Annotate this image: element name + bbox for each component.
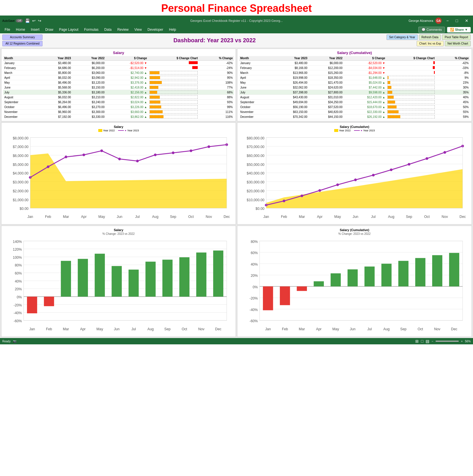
svg-rect-114 xyxy=(111,266,122,297)
minimize-button[interactable]: − xyxy=(444,18,451,23)
svg-text:100%: 100% xyxy=(13,256,22,260)
cell-change: $2,822.00 ▲ xyxy=(106,95,148,100)
cell-y2022: $3,090.00 xyxy=(72,75,106,80)
svg-rect-158 xyxy=(381,264,391,287)
cell-month: December xyxy=(3,114,39,119)
menu-home[interactable]: Home xyxy=(14,26,27,33)
salary-cumulative-pct-svg: -60%-40%-20%0%20%40%60%80%JanFebMarAprMa… xyxy=(240,237,469,334)
menu-draw[interactable]: Draw xyxy=(43,26,55,33)
undo-icon[interactable]: ↩ xyxy=(32,18,36,23)
cell-y2023: $26,494.00 xyxy=(274,80,309,85)
share-button[interactable]: 🔁 Share ▼ xyxy=(447,27,471,32)
chart-inc-exp-button[interactable]: Chart: Inc vs Exp xyxy=(417,41,444,46)
svg-text:$0.00: $0.00 xyxy=(20,207,28,211)
cell-month: May xyxy=(3,80,39,85)
table-row: January $3,480.00 $6,000.00 -$2,520.00 ▼… xyxy=(3,61,234,66)
svg-point-69 xyxy=(408,163,410,166)
svg-text:$5,000.00: $5,000.00 xyxy=(13,163,28,167)
cell-y2022: $34,250.00 xyxy=(309,100,344,105)
cell-change: $3,024.00 ▲ xyxy=(106,100,148,105)
save-icon[interactable]: 💾 xyxy=(25,18,30,23)
menu-developer[interactable]: Developer xyxy=(145,26,166,33)
page-view-icon[interactable]: □ xyxy=(421,339,423,343)
set-category-button[interactable]: Set Category & Year xyxy=(387,34,418,40)
cell-y2023: $6,960.00 xyxy=(39,110,72,114)
svg-text:Jun: Jun xyxy=(117,215,122,219)
svg-text:Nov: Nov xyxy=(434,327,441,331)
svg-text:$0.00: $0.00 xyxy=(255,207,264,211)
cum-legend-y2023-line xyxy=(354,130,360,131)
cell-pct: 40% xyxy=(436,95,470,100)
cell-pct: 108% xyxy=(199,80,234,85)
cell-pct: 50% xyxy=(436,105,470,110)
zoom-slider[interactable] xyxy=(436,341,459,342)
menu-bar: File Home Insert Draw Page Layout Formul… xyxy=(0,26,473,33)
main-content: Salary Month Year 2023 Year 2022 $ Chang… xyxy=(0,47,473,338)
cell-y2022: $3,240.00 xyxy=(72,100,106,105)
cell-change: -$2,520.00 ▼ xyxy=(106,61,148,66)
grid-view-icon[interactable]: ⊞ xyxy=(415,339,419,343)
legend-y2023-line xyxy=(118,130,124,131)
page-break-view-icon[interactable]: ▤ xyxy=(426,339,429,343)
cell-change: $18,670.00 ▲ xyxy=(344,105,387,110)
svg-text:May: May xyxy=(334,215,341,219)
salary-pct-chart-section: Salary % Change: 2023 vs 2022 -60%-40%-2… xyxy=(1,226,236,337)
accounts-summary-button[interactable]: Accounts Summary xyxy=(2,34,43,40)
net-worth-button[interactable]: Net Worth Chart xyxy=(445,41,471,46)
svg-text:Mar: Mar xyxy=(299,327,305,331)
zoom-in-icon[interactable]: + xyxy=(461,340,463,343)
table-row: January $3,480.00 $6,000.00 -$2,520.00 ▼… xyxy=(239,61,470,66)
menu-pagelayout[interactable]: Page Layout xyxy=(57,26,80,33)
close-button[interactable]: ✕ xyxy=(463,18,471,23)
toolbar-left: Accounts Summary All 12 Registers Combin… xyxy=(2,34,43,46)
cum-col-y2022: Year 2022 xyxy=(309,56,344,61)
svg-rect-161 xyxy=(432,255,442,287)
salary-pct-svg: -60%-40%-20%0%20%40%60%80%100%120%140%Ja… xyxy=(4,237,233,334)
cell-y2023: $3,480.00 xyxy=(39,61,72,66)
cell-month: November xyxy=(3,110,39,114)
zoom-out-icon[interactable]: − xyxy=(432,340,433,343)
maximize-button[interactable]: □ xyxy=(453,18,460,23)
svg-text:Feb: Feb xyxy=(282,327,288,331)
table-row: October $6,496.00 $3,270.00 $3,226.00 ▲ … xyxy=(3,105,234,110)
svg-text:Jul: Jul xyxy=(135,215,140,219)
cell-pct: 93% xyxy=(199,100,234,105)
cell-month: December xyxy=(239,114,274,119)
cell-change-chart xyxy=(148,66,199,70)
cell-change: $3,660.00 ▲ xyxy=(106,110,148,114)
autosave-toggle[interactable]: Off xyxy=(16,19,23,22)
cell-month: June xyxy=(239,85,274,90)
pivot-table-button[interactable]: Pivot Table Report xyxy=(442,34,471,40)
menu-review[interactable]: Review xyxy=(115,26,131,33)
cell-y2022: $44,150.00 xyxy=(309,114,344,119)
menu-formulas[interactable]: Formulas xyxy=(82,26,101,33)
menu-view[interactable]: View xyxy=(132,26,144,33)
svg-point-66 xyxy=(354,178,357,181)
svg-text:Mar: Mar xyxy=(63,327,69,331)
table-row: September $49,694.00 $34,250.00 $15,444.… xyxy=(239,100,470,105)
cell-pct: 111% xyxy=(199,110,234,114)
cell-month: October xyxy=(3,105,39,110)
svg-text:40%: 40% xyxy=(15,279,22,283)
table-row: August $43,430.00 $31,010.00 $12,420.00 … xyxy=(239,95,470,100)
svg-text:$80,000.00: $80,000.00 xyxy=(247,136,265,140)
menu-insert[interactable]: Insert xyxy=(28,26,42,33)
svg-text:Jun: Jun xyxy=(350,327,355,331)
svg-rect-109 xyxy=(27,297,37,313)
table-row: June $5,568.00 $3,150.00 $2,418.00 ▲ 77% xyxy=(3,85,234,90)
cell-month: March xyxy=(3,70,39,75)
cell-month: April xyxy=(239,75,274,80)
comments-button[interactable]: 💬 Comments xyxy=(418,27,445,33)
salary-table-section: Salary Month Year 2023 Year 2022 $ Chang… xyxy=(1,49,236,121)
menu-help[interactable]: Help xyxy=(167,26,178,33)
svg-text:Jan: Jan xyxy=(29,327,35,331)
svg-rect-159 xyxy=(398,261,408,287)
menu-file[interactable]: File xyxy=(2,26,12,33)
all-registers-button[interactable]: All 12 Registers Combined xyxy=(2,41,43,46)
menu-data[interactable]: Data xyxy=(102,26,114,33)
cell-y2022: $21,470.00 xyxy=(309,80,344,85)
svg-rect-162 xyxy=(449,253,459,287)
redo-icon[interactable]: ↪ xyxy=(38,18,41,23)
svg-text:80%: 80% xyxy=(251,240,258,244)
refresh-data-button[interactable]: Refresh Data xyxy=(419,34,441,40)
